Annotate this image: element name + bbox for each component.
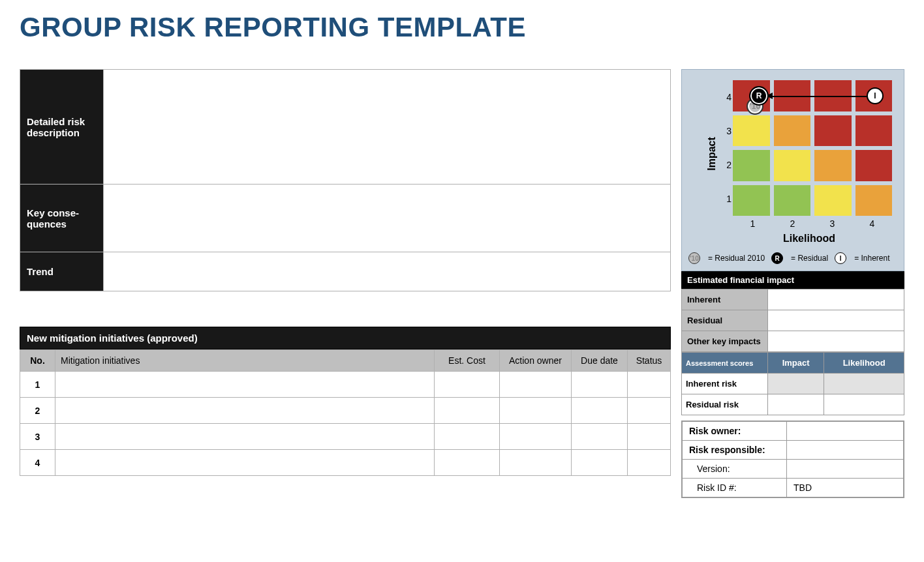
meta-table: Risk owner: Risk responsible: Version: R… xyxy=(682,421,904,497)
matrix-cell xyxy=(855,150,893,181)
mit-row-cost[interactable] xyxy=(435,372,500,398)
assessment-table: Assessment scores Impact Likelihood Inhe… xyxy=(681,352,904,415)
assess-likelihood-header: Likelihood xyxy=(824,353,904,374)
matrix-cell xyxy=(814,150,852,181)
mit-row-owner[interactable] xyxy=(500,424,572,450)
mitigation-header: New mitigation initiatives (approved) xyxy=(20,327,671,349)
mit-col-no: No. xyxy=(20,350,55,372)
mit-row-owner[interactable] xyxy=(500,372,572,398)
matrix-cell xyxy=(774,115,811,147)
efi-other-label: Other key impacts xyxy=(682,331,768,352)
description-table: Detailed risk description Key conse­quen… xyxy=(20,69,671,291)
axis-impact-label: Impact xyxy=(706,137,718,171)
mit-row-cost[interactable] xyxy=(435,450,500,476)
legend-mark-i-icon: I xyxy=(835,252,846,264)
efi-residual-label: Residual xyxy=(682,310,768,331)
matrix-cell xyxy=(733,115,770,147)
matrix-cell xyxy=(855,185,893,216)
mit-row-no: 3 xyxy=(20,424,55,450)
mit-row-owner[interactable] xyxy=(500,398,572,424)
table-row: 1 xyxy=(20,372,671,398)
risk-id-value[interactable]: TBD xyxy=(787,479,904,497)
trend-value[interactable] xyxy=(104,252,671,291)
efi-residual-value[interactable] xyxy=(768,310,904,331)
mit-col-cost: Est. Cost xyxy=(435,350,500,372)
mit-row-due[interactable] xyxy=(572,450,628,476)
version-value[interactable] xyxy=(787,460,904,479)
trend-label: Trend xyxy=(20,252,104,291)
assess-corner: Assessment scores xyxy=(682,353,768,374)
assess-residual-impact[interactable] xyxy=(768,394,824,415)
mit-col-init: Mitigation initiatives xyxy=(55,350,435,372)
efi-other-value[interactable] xyxy=(768,331,904,352)
legend-label-r10: = Residual 2010 xyxy=(708,254,765,263)
key-consequences-label: Key conse­quences xyxy=(20,185,104,252)
version-label: Version: xyxy=(683,460,787,479)
matrix-cell xyxy=(814,115,852,147)
mit-row-cost[interactable] xyxy=(435,398,500,424)
detailed-risk-label: Detailed risk description xyxy=(20,70,104,185)
mit-row-no: 2 xyxy=(20,398,55,424)
mit-row-due[interactable] xyxy=(572,398,628,424)
key-consequences-value[interactable] xyxy=(104,185,671,252)
legend-label-i: = Inherent xyxy=(854,254,889,263)
risk-id-label: Risk ID #: xyxy=(683,479,787,497)
matrix-cell xyxy=(814,185,852,216)
risk-matrix-plot: Impact 4 3 2 1 1 2 3 4 xyxy=(712,76,895,231)
legend-label-r: = Residual xyxy=(791,254,828,263)
mit-col-owner: Action owner xyxy=(500,350,572,372)
matrix-legend: '10 = Residual 2010 R = Residual I = Inh… xyxy=(688,251,897,265)
mit-row-init[interactable] xyxy=(55,372,435,398)
matrix-cell xyxy=(733,185,770,216)
mit-col-status: Status xyxy=(628,350,671,372)
matrix-cell xyxy=(774,185,811,216)
legend-mark-r-icon: R xyxy=(771,252,783,264)
matrix-cell xyxy=(855,115,893,147)
assess-inherent-likelihood[interactable] xyxy=(824,374,904,394)
table-row: 3 xyxy=(20,424,671,450)
risk-responsible-label: Risk responsible: xyxy=(683,441,787,460)
matrix-cell xyxy=(774,150,811,181)
risk-owner-label: Risk owner: xyxy=(683,422,787,441)
mit-row-no: 1 xyxy=(20,372,55,398)
mit-row-status[interactable] xyxy=(628,398,671,424)
mitigation-table: No. Mitigation initiatives Est. Cost Act… xyxy=(20,349,671,476)
mit-row-init[interactable] xyxy=(55,424,435,450)
efi-inherent-label: Inherent xyxy=(682,289,768,310)
efi-header: Estimated financial impact xyxy=(681,271,904,289)
mit-row-init[interactable] xyxy=(55,398,435,424)
mit-row-status[interactable] xyxy=(628,372,671,398)
mit-row-no: 4 xyxy=(20,450,55,476)
assess-impact-header: Impact xyxy=(768,353,824,374)
mit-row-init[interactable] xyxy=(55,450,435,476)
marker-residual: R xyxy=(749,86,769,106)
efi-table: Inherent Residual Other key impacts xyxy=(681,289,904,352)
mit-row-status[interactable] xyxy=(628,424,671,450)
arrow-inherent-to-residual xyxy=(767,96,869,97)
page-title: GROUP RISK REPORTING TEMPLATE xyxy=(20,12,904,43)
marker-inherent: I xyxy=(867,87,884,104)
assess-residual-label: Residual risk xyxy=(682,394,768,415)
mit-row-due[interactable] xyxy=(572,372,628,398)
mit-col-due: Due date xyxy=(572,350,628,372)
mit-row-due[interactable] xyxy=(572,424,628,450)
detailed-risk-value[interactable] xyxy=(104,70,671,185)
mit-row-cost[interactable] xyxy=(435,424,500,450)
x-axis-ticks: 1 2 3 4 xyxy=(733,218,892,231)
matrix-cell xyxy=(733,150,770,181)
assess-inherent-impact[interactable] xyxy=(768,374,824,394)
mit-row-status[interactable] xyxy=(628,450,671,476)
efi-inherent-value[interactable] xyxy=(768,289,904,310)
risk-responsible-value[interactable] xyxy=(787,441,904,460)
table-row: 2 xyxy=(20,398,671,424)
assess-inherent-label: Inherent risk xyxy=(682,374,768,394)
risk-owner-value[interactable] xyxy=(787,422,904,441)
y-axis-ticks: 4 3 2 1 xyxy=(720,80,732,216)
table-row: 4 xyxy=(20,450,671,476)
axis-likelihood-label: Likelihood xyxy=(721,233,897,244)
risk-matrix-block: Impact 4 3 2 1 1 2 3 4 xyxy=(681,69,904,271)
legend-mark-r10-icon: '10 xyxy=(688,252,700,264)
assess-residual-likelihood[interactable] xyxy=(824,394,904,415)
mit-row-owner[interactable] xyxy=(500,450,572,476)
